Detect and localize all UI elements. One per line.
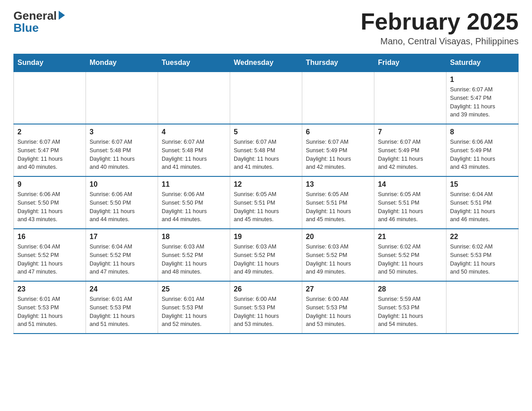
calendar-week-row: 23Sunrise: 6:01 AM Sunset: 5:53 PM Dayli… bbox=[14, 281, 519, 334]
calendar-cell: 2Sunrise: 6:07 AM Sunset: 5:47 PM Daylig… bbox=[14, 124, 86, 176]
calendar-cell: 4Sunrise: 6:07 AM Sunset: 5:48 PM Daylig… bbox=[158, 124, 230, 176]
title-section: February 2025 Mano, Central Visayas, Phi… bbox=[360, 9, 519, 47]
column-header-tuesday: Tuesday bbox=[158, 54, 230, 72]
calendar-cell: 10Sunrise: 6:06 AM Sunset: 5:50 PM Dayli… bbox=[86, 176, 158, 229]
location-subtitle: Mano, Central Visayas, Philippines bbox=[360, 36, 519, 47]
day-info: Sunrise: 6:06 AM Sunset: 5:50 PM Dayligh… bbox=[90, 190, 154, 224]
day-number: 14 bbox=[378, 180, 442, 188]
calendar-cell: 23Sunrise: 6:01 AM Sunset: 5:53 PM Dayli… bbox=[14, 281, 86, 334]
calendar-cell: 25Sunrise: 6:01 AM Sunset: 5:53 PM Dayli… bbox=[158, 281, 230, 334]
day-number: 25 bbox=[162, 285, 226, 293]
calendar-week-row: 2Sunrise: 6:07 AM Sunset: 5:47 PM Daylig… bbox=[14, 124, 519, 176]
calendar-cell: 16Sunrise: 6:04 AM Sunset: 5:52 PM Dayli… bbox=[14, 229, 86, 281]
calendar-week-row: 1Sunrise: 6:07 AM Sunset: 5:47 PM Daylig… bbox=[14, 72, 519, 124]
calendar-cell: 19Sunrise: 6:03 AM Sunset: 5:52 PM Dayli… bbox=[230, 229, 302, 281]
calendar-cell: 17Sunrise: 6:04 AM Sunset: 5:52 PM Dayli… bbox=[86, 229, 158, 281]
day-number: 18 bbox=[162, 233, 226, 241]
day-info: Sunrise: 6:06 AM Sunset: 5:50 PM Dayligh… bbox=[162, 190, 226, 224]
page-header: General Blue February 2025 Mano, Central… bbox=[13, 9, 519, 47]
calendar-cell bbox=[230, 72, 302, 124]
day-number: 27 bbox=[306, 285, 370, 293]
day-number: 19 bbox=[234, 233, 298, 241]
day-number: 21 bbox=[378, 233, 442, 241]
logo: General Blue bbox=[13, 9, 65, 35]
calendar-cell bbox=[14, 72, 86, 124]
day-info: Sunrise: 6:05 AM Sunset: 5:51 PM Dayligh… bbox=[306, 190, 370, 224]
day-info: Sunrise: 6:04 AM Sunset: 5:51 PM Dayligh… bbox=[450, 190, 515, 224]
day-info: Sunrise: 6:01 AM Sunset: 5:53 PM Dayligh… bbox=[17, 295, 82, 329]
day-number: 20 bbox=[306, 233, 370, 241]
day-info: Sunrise: 6:07 AM Sunset: 5:47 PM Dayligh… bbox=[17, 138, 82, 171]
day-info: Sunrise: 6:00 AM Sunset: 5:53 PM Dayligh… bbox=[234, 295, 298, 329]
column-header-saturday: Saturday bbox=[446, 54, 519, 72]
day-info: Sunrise: 6:01 AM Sunset: 5:53 PM Dayligh… bbox=[162, 295, 226, 329]
calendar-cell: 3Sunrise: 6:07 AM Sunset: 5:48 PM Daylig… bbox=[86, 124, 158, 176]
calendar-cell: 12Sunrise: 6:05 AM Sunset: 5:51 PM Dayli… bbox=[230, 176, 302, 229]
day-info: Sunrise: 6:00 AM Sunset: 5:53 PM Dayligh… bbox=[306, 295, 370, 329]
day-info: Sunrise: 6:07 AM Sunset: 5:48 PM Dayligh… bbox=[90, 138, 154, 171]
calendar-week-row: 16Sunrise: 6:04 AM Sunset: 5:52 PM Dayli… bbox=[14, 229, 519, 281]
day-info: Sunrise: 6:04 AM Sunset: 5:52 PM Dayligh… bbox=[90, 243, 154, 276]
day-number: 23 bbox=[17, 285, 82, 293]
day-number: 12 bbox=[234, 180, 298, 188]
logo-arrow-icon bbox=[59, 11, 65, 20]
logo-blue-text: Blue bbox=[13, 21, 39, 35]
day-number: 8 bbox=[450, 128, 515, 136]
day-number: 6 bbox=[306, 128, 370, 136]
calendar-cell: 14Sunrise: 6:05 AM Sunset: 5:51 PM Dayli… bbox=[374, 176, 446, 229]
day-info: Sunrise: 6:02 AM Sunset: 5:53 PM Dayligh… bbox=[450, 243, 515, 276]
column-header-monday: Monday bbox=[86, 54, 158, 72]
day-info: Sunrise: 6:07 AM Sunset: 5:49 PM Dayligh… bbox=[306, 138, 370, 171]
calendar-cell: 28Sunrise: 5:59 AM Sunset: 5:53 PM Dayli… bbox=[374, 281, 446, 334]
calendar-cell: 13Sunrise: 6:05 AM Sunset: 5:51 PM Dayli… bbox=[302, 176, 374, 229]
day-info: Sunrise: 6:07 AM Sunset: 5:48 PM Dayligh… bbox=[234, 138, 298, 171]
calendar-cell: 24Sunrise: 6:01 AM Sunset: 5:53 PM Dayli… bbox=[86, 281, 158, 334]
calendar-cell: 9Sunrise: 6:06 AM Sunset: 5:50 PM Daylig… bbox=[14, 176, 86, 229]
calendar-cell: 27Sunrise: 6:00 AM Sunset: 5:53 PM Dayli… bbox=[302, 281, 374, 334]
day-info: Sunrise: 6:03 AM Sunset: 5:52 PM Dayligh… bbox=[162, 243, 226, 276]
month-title: February 2025 bbox=[360, 9, 519, 34]
calendar-cell: 1Sunrise: 6:07 AM Sunset: 5:47 PM Daylig… bbox=[446, 72, 519, 124]
day-info: Sunrise: 6:06 AM Sunset: 5:49 PM Dayligh… bbox=[450, 138, 515, 171]
day-info: Sunrise: 6:05 AM Sunset: 5:51 PM Dayligh… bbox=[234, 190, 298, 224]
calendar-cell bbox=[302, 72, 374, 124]
day-info: Sunrise: 5:59 AM Sunset: 5:53 PM Dayligh… bbox=[378, 295, 442, 329]
calendar-table: SundayMondayTuesdayWednesdayThursdayFrid… bbox=[13, 54, 519, 334]
calendar-cell: 5Sunrise: 6:07 AM Sunset: 5:48 PM Daylig… bbox=[230, 124, 302, 176]
day-number: 9 bbox=[17, 180, 82, 188]
column-header-thursday: Thursday bbox=[302, 54, 374, 72]
calendar-cell: 6Sunrise: 6:07 AM Sunset: 5:49 PM Daylig… bbox=[302, 124, 374, 176]
day-number: 5 bbox=[234, 128, 298, 136]
day-number: 22 bbox=[450, 233, 515, 241]
day-number: 16 bbox=[17, 233, 82, 241]
calendar-cell: 20Sunrise: 6:03 AM Sunset: 5:52 PM Dayli… bbox=[302, 229, 374, 281]
calendar-cell: 26Sunrise: 6:00 AM Sunset: 5:53 PM Dayli… bbox=[230, 281, 302, 334]
calendar-cell: 8Sunrise: 6:06 AM Sunset: 5:49 PM Daylig… bbox=[446, 124, 519, 176]
day-number: 28 bbox=[378, 285, 442, 293]
day-number: 10 bbox=[90, 180, 154, 188]
day-number: 17 bbox=[90, 233, 154, 241]
calendar-cell: 22Sunrise: 6:02 AM Sunset: 5:53 PM Dayli… bbox=[446, 229, 519, 281]
day-number: 1 bbox=[450, 76, 515, 84]
day-info: Sunrise: 6:07 AM Sunset: 5:47 PM Dayligh… bbox=[450, 86, 515, 119]
day-info: Sunrise: 6:03 AM Sunset: 5:52 PM Dayligh… bbox=[306, 243, 370, 276]
day-info: Sunrise: 6:05 AM Sunset: 5:51 PM Dayligh… bbox=[378, 190, 442, 224]
calendar-cell: 21Sunrise: 6:02 AM Sunset: 5:52 PM Dayli… bbox=[374, 229, 446, 281]
day-number: 11 bbox=[162, 180, 226, 188]
day-number: 15 bbox=[450, 180, 515, 188]
column-header-wednesday: Wednesday bbox=[230, 54, 302, 72]
column-header-friday: Friday bbox=[374, 54, 446, 72]
day-info: Sunrise: 6:07 AM Sunset: 5:48 PM Dayligh… bbox=[162, 138, 226, 171]
day-number: 2 bbox=[17, 128, 82, 136]
day-number: 13 bbox=[306, 180, 370, 188]
column-header-sunday: Sunday bbox=[14, 54, 86, 72]
calendar-cell bbox=[158, 72, 230, 124]
day-number: 3 bbox=[90, 128, 154, 136]
calendar-cell bbox=[446, 281, 519, 334]
day-info: Sunrise: 6:01 AM Sunset: 5:53 PM Dayligh… bbox=[90, 295, 154, 329]
calendar-cell: 15Sunrise: 6:04 AM Sunset: 5:51 PM Dayli… bbox=[446, 176, 519, 229]
day-number: 26 bbox=[234, 285, 298, 293]
day-info: Sunrise: 6:03 AM Sunset: 5:52 PM Dayligh… bbox=[234, 243, 298, 276]
calendar-cell bbox=[374, 72, 446, 124]
day-info: Sunrise: 6:02 AM Sunset: 5:52 PM Dayligh… bbox=[378, 243, 442, 276]
